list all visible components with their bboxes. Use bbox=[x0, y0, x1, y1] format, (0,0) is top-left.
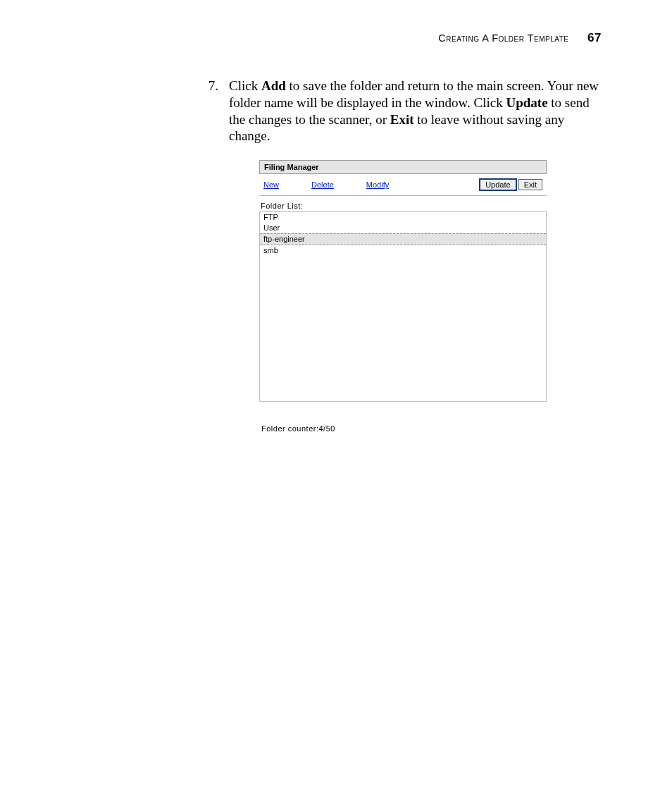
window-title: Filing Manager bbox=[259, 160, 547, 174]
exit-button[interactable]: Exit bbox=[518, 179, 542, 190]
step-7: 7. Click Add to save the folder and retu… bbox=[204, 78, 602, 144]
folder-list[interactable]: FTPUserftp-engineersmb bbox=[259, 212, 547, 402]
folder-list-item[interactable]: smb bbox=[260, 245, 546, 256]
toolbar: New Delete Modify Update Exit bbox=[259, 174, 547, 196]
header-title: Creating A Folder Template bbox=[438, 32, 568, 44]
delete-link[interactable]: Delete bbox=[311, 180, 334, 189]
step-number: 7. bbox=[204, 78, 218, 144]
update-button[interactable]: Update bbox=[479, 178, 516, 191]
filing-manager-window: Filing Manager New Delete Modify Update … bbox=[259, 160, 547, 433]
folder-list-item[interactable]: FTP bbox=[260, 212, 546, 223]
folder-list-label: Folder List: bbox=[259, 196, 547, 212]
new-link[interactable]: New bbox=[263, 180, 279, 189]
modify-link[interactable]: Modify bbox=[366, 180, 389, 189]
step-text-part: Click bbox=[229, 78, 261, 93]
step-bold-exit: Exit bbox=[390, 112, 414, 127]
folder-counter: Folder counter:4/50 bbox=[259, 424, 547, 433]
running-header: Creating A Folder Template 67 bbox=[438, 31, 602, 45]
step-bold-add: Add bbox=[261, 78, 286, 93]
folder-list-item[interactable]: User bbox=[260, 223, 546, 233]
page-number: 67 bbox=[587, 31, 602, 44]
step-text: Click Add to save the folder and return … bbox=[229, 78, 602, 144]
folder-list-item[interactable]: ftp-engineer bbox=[260, 233, 546, 245]
step-bold-update: Update bbox=[506, 95, 547, 110]
